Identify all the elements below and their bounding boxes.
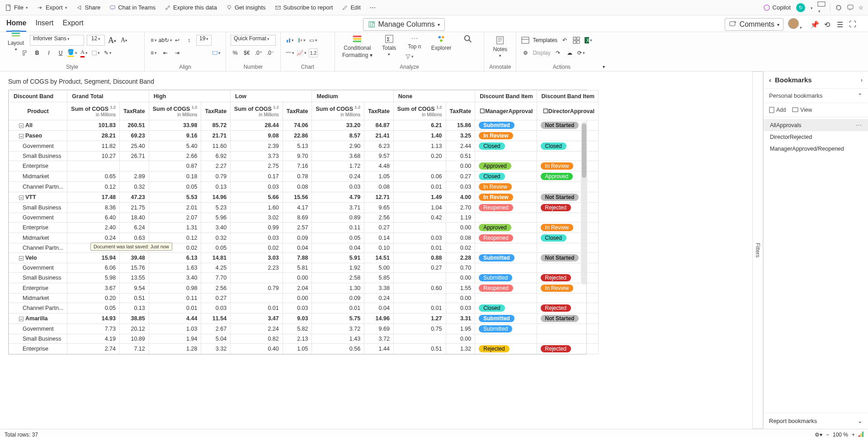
- device-view-menu[interactable]: [817, 1, 826, 14]
- col-low[interactable]: Low: [231, 90, 312, 102]
- export-menu[interactable]: Export▾: [36, 2, 68, 13]
- director-approval-pill[interactable]: Not Started: [541, 254, 579, 261]
- format-painter-icon[interactable]: [21, 48, 30, 57]
- manager-approval-pill[interactable]: Submitted: [479, 274, 512, 281]
- director-approval-pill[interactable]: Closed: [541, 142, 566, 150]
- share-button[interactable]: Share: [75, 2, 102, 13]
- bookmarks-back-icon[interactable]: ‹: [769, 76, 771, 84]
- bookmark-item-menu[interactable]: ⋯: [856, 122, 862, 128]
- table-row[interactable]: –Velo15.9439.486.1314.813.037.885.9114.5…: [9, 253, 599, 263]
- table-row[interactable]: Small Business4.1910.891.945.040.822.131…: [9, 334, 599, 344]
- zoom-out-icon[interactable]: −: [826, 432, 829, 437]
- settings-icon[interactable]: ⚙▾: [815, 432, 822, 437]
- filter-icon[interactable]: [405, 52, 414, 61]
- percent-icon[interactable]: %: [231, 48, 240, 57]
- manager-approval-pill[interactable]: Reopened: [479, 234, 513, 242]
- table-row[interactable]: Enterprise3.679.540.982.560.792.041.303.…: [9, 283, 599, 294]
- increase-indent-icon[interactable]: ⇥: [173, 48, 182, 57]
- fill-color-icon[interactable]: 🪣: [68, 48, 77, 57]
- table-row[interactable]: Government6.4018.402.075.963.028.690.892…: [9, 213, 599, 223]
- director-approval-pill[interactable]: Rejected: [541, 274, 571, 281]
- table-row[interactable]: Small Business5.9813.553.407.700.002.585…: [9, 273, 599, 283]
- col-gt-cogs[interactable]: Sum of COGS 1.2in Millions: [67, 102, 120, 120]
- line-height-input[interactable]: 19: [196, 35, 212, 46]
- col-discount-band[interactable]: Discount Band: [9, 90, 67, 102]
- expand-toggle[interactable]: –: [19, 124, 24, 128]
- expand-toggle[interactable]: –: [19, 317, 24, 321]
- data-table[interactable]: Discount Band Grand Total High Low Mediu…: [8, 90, 587, 355]
- manager-approval-pill[interactable]: Rejected: [479, 345, 509, 352]
- table-row[interactable]: –VTT17.4847.235.5314.965.6615.564.7912.7…: [9, 192, 599, 203]
- manage-columns-button[interactable]: Manage Columns ▾: [363, 18, 444, 31]
- merge-icon[interactable]: [212, 48, 221, 57]
- col-none-cogs[interactable]: Sum of COGS 1.2in Millions: [393, 102, 446, 120]
- col-low-cogs[interactable]: Sum of COGS 1.2in Millions: [231, 102, 283, 120]
- quick-format-select[interactable]: Quick Format: [231, 35, 276, 46]
- clear-format-icon[interactable]: ✎: [103, 48, 112, 57]
- table-row[interactable]: Enterprise2.406.241.313.400.992.570.110.…: [9, 223, 599, 233]
- reset-icon[interactable]: ⟲: [823, 20, 832, 29]
- table-row[interactable]: Small Business8.3621.752.015.231.604.173…: [9, 203, 599, 213]
- director-approval-pill[interactable]: Closed: [541, 234, 566, 242]
- bookmark-view-button[interactable]: View: [792, 107, 812, 113]
- table-row[interactable]: Midmarket0.652.890.180.790.170.780.241.0…: [9, 171, 599, 182]
- director-approval-pill[interactable]: In Review: [541, 162, 574, 170]
- user-avatar-menu[interactable]: [788, 18, 802, 31]
- add-comment-button[interactable]: + Comments▾: [725, 18, 783, 31]
- table-row[interactable]: Enterprise0.872.272.757.161.724.480.00Ap…: [9, 161, 599, 171]
- table-row[interactable]: –Paseo28.2169.239.1621.719.0822.868.5721…: [9, 131, 599, 141]
- borders-icon[interactable]: [91, 48, 100, 57]
- undo-icon[interactable]: ↶: [560, 36, 569, 45]
- col-none-tax[interactable]: TaxRate: [446, 102, 475, 120]
- director-approval-pill[interactable]: Not Started: [541, 194, 579, 201]
- table-row[interactable]: Channel Partn...0.120.320.050.130.030.08…: [9, 182, 599, 192]
- zoom-in-icon[interactable]: +: [852, 432, 855, 437]
- expand-toggle[interactable]: –: [19, 195, 24, 200]
- col-med-tax[interactable]: TaxRate: [364, 102, 394, 120]
- ribbon-collapse-icon[interactable]: ▾: [603, 64, 605, 69]
- wrap-text-icon[interactable]: ↩: [173, 36, 182, 45]
- bookmark-add-button[interactable]: Add: [769, 107, 786, 113]
- bold-icon[interactable]: B: [33, 48, 42, 57]
- font-family-select[interactable]: Inforiver Sans: [30, 35, 84, 46]
- col-high-tax[interactable]: TaxRate: [201, 102, 231, 120]
- table-row[interactable]: Small Business10.2726.712.666.923.739.70…: [9, 152, 599, 161]
- director-approval-pill[interactable]: Approved: [541, 173, 573, 180]
- reset-button[interactable]: ↻: [796, 3, 805, 12]
- redo-icon[interactable]: ↷: [553, 48, 562, 57]
- col-db-item2[interactable]: Discount Band Item: [537, 90, 598, 102]
- table-row[interactable]: Midmarket0.240.630.120.320.030.090.050.1…: [9, 233, 599, 243]
- font-color-icon[interactable]: A: [80, 48, 89, 57]
- manager-approval-pill[interactable]: Approved: [479, 162, 511, 170]
- notes-menu[interactable]: Notes▾: [489, 34, 511, 59]
- table-row[interactable]: –All101.83260.5133.9885.7228.4474.0633.2…: [9, 120, 599, 131]
- manager-approval-pill[interactable]: Approved: [479, 224, 511, 231]
- director-approval-pill[interactable]: Not Started: [541, 122, 579, 129]
- bookmark-toggle[interactable]: [810, 5, 813, 11]
- manager-approval-pill[interactable]: Submitted: [479, 122, 514, 129]
- chart-view-icon[interactable]: [859, 432, 863, 437]
- col-mgr-approval[interactable]: ☐ManagerApproval: [475, 102, 537, 120]
- row-height-icon[interactable]: ↕: [184, 36, 193, 45]
- table-row[interactable]: –Amarilla14.9338.854.4411.543.479.035.75…: [9, 314, 599, 324]
- tab-export[interactable]: Export: [62, 19, 83, 32]
- favorite-button[interactable]: ☆: [859, 5, 863, 11]
- bookmark-item[interactable]: ManagerApproved/Reopened: [764, 143, 868, 155]
- col-none[interactable]: None: [393, 90, 475, 102]
- topn-button[interactable]: ⋯ Top n: [403, 34, 426, 50]
- col-medium[interactable]: Medium: [312, 90, 393, 102]
- director-approval-pill[interactable]: Rejected: [541, 204, 571, 211]
- manager-approval-pill[interactable]: In Review: [479, 132, 513, 139]
- manager-approval-pill[interactable]: Closed: [479, 304, 505, 312]
- sparkline-icon[interactable]: 〰: [285, 48, 294, 57]
- scale-icon[interactable]: 1.2: [309, 48, 318, 57]
- manager-approval-pill[interactable]: Closed: [479, 142, 505, 150]
- table-row[interactable]: Government11.8225.405.4011.602.395.132.9…: [9, 141, 599, 152]
- display-settings-icon[interactable]: ⚙: [521, 48, 530, 57]
- table-row[interactable]: Channel Partn...0.050.130.010.030.010.03…: [9, 303, 599, 314]
- halign-icon[interactable]: ≡: [149, 48, 158, 57]
- grid-icon[interactable]: [572, 36, 581, 45]
- director-approval-pill[interactable]: In Review: [541, 224, 574, 231]
- manager-approval-pill[interactable]: In Review: [479, 183, 512, 190]
- more-menu[interactable]: ⋯: [369, 2, 377, 13]
